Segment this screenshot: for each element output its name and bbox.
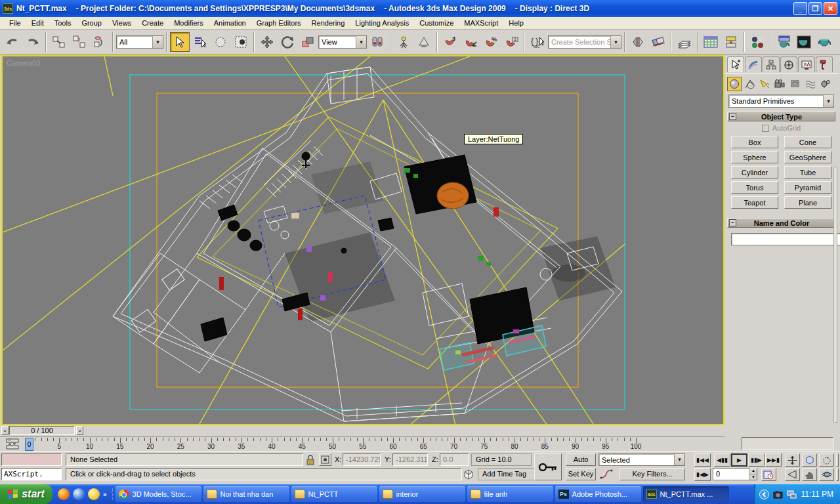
track-bar[interactable]: 0510152025303540455055606570758085909510… (0, 436, 724, 452)
tab-motion[interactable] (780, 56, 797, 72)
category-geometry[interactable] (727, 77, 742, 91)
x-coordinate-field[interactable]: -14230.729 (343, 453, 381, 466)
panel-scrollbar[interactable] (833, 167, 837, 423)
firefox-icon[interactable] (58, 488, 70, 500)
tab-create[interactable] (727, 56, 744, 72)
restore-button[interactable]: ❐ (808, 2, 822, 15)
spinner-snap-icon[interactable] (501, 32, 521, 52)
menu-item-create[interactable]: Create (136, 18, 169, 28)
taskbar-task[interactable]: Nt_PCTT (291, 486, 377, 502)
render-setup-icon[interactable] (774, 32, 793, 52)
object-name-input[interactable] (731, 233, 840, 245)
current-frame-marker[interactable]: 0 (25, 438, 33, 451)
auto-key-button[interactable]: Auto Key (566, 453, 596, 466)
messenger-icon[interactable] (88, 488, 100, 500)
pan-hand-icon[interactable] (802, 468, 817, 481)
minimize-button[interactable]: _ (793, 2, 807, 15)
autogrid-checkbox[interactable] (762, 125, 769, 132)
object-type-plane[interactable]: Plane (784, 196, 831, 209)
mini-curve-editor-icon[interactable] (5, 438, 20, 450)
taskbar-task[interactable]: 3D Models, Stoc... (116, 486, 201, 502)
select-manipulate-icon[interactable] (394, 32, 413, 52)
frame-spinner[interactable]: ▲▼ (749, 468, 757, 480)
primitives-category-dropdown[interactable]: Standard Primitives▼ (728, 94, 834, 108)
selection-lock-icon[interactable] (306, 455, 315, 467)
close-button[interactable]: ✕ (824, 2, 837, 15)
object-type-sphere[interactable]: Sphere (731, 151, 778, 163)
object-type-box[interactable]: Box (731, 136, 778, 148)
object-type-torus[interactable]: Torus (731, 181, 778, 194)
name-color-header[interactable]: − Name and Color (727, 218, 835, 228)
select-move-icon[interactable] (257, 32, 277, 52)
render-production-icon[interactable] (814, 32, 834, 52)
y-coordinate-field[interactable]: -1262.311 (392, 453, 428, 466)
tray-camera-icon[interactable] (773, 490, 783, 499)
tab-utilities[interactable] (816, 56, 833, 72)
menu-item-help[interactable]: Help (503, 18, 529, 28)
menu-item-file[interactable]: File (4, 18, 26, 28)
tab-hierarchy[interactable] (763, 56, 780, 72)
rendered-frame-icon[interactable] (794, 32, 814, 52)
material-editor-icon[interactable] (747, 32, 767, 52)
tab-modify[interactable] (745, 56, 762, 72)
menu-item-customize[interactable]: Customize (414, 18, 459, 28)
menu-item-group[interactable]: Group (76, 18, 107, 28)
next-frame-icon[interactable]: ▮▮▶ (748, 453, 765, 467)
menu-item-maxscript[interactable]: MAXScript (459, 18, 503, 28)
angle-snap-icon[interactable] (461, 32, 480, 52)
use-center-icon[interactable] (368, 32, 387, 52)
zoom-extents-icon[interactable] (819, 453, 834, 467)
select-by-name-icon[interactable] (190, 32, 210, 52)
z-coordinate-field[interactable]: 0.0 (440, 453, 469, 466)
selection-filter-dropdown[interactable]: All▼ (116, 35, 163, 49)
menu-item-tools[interactable]: Tools (49, 18, 77, 28)
tray-collapse-icon[interactable] (759, 490, 769, 499)
bind-spacewarp-icon[interactable] (90, 32, 110, 52)
menu-item-views[interactable]: Views (107, 18, 136, 28)
object-type-header[interactable]: − Object Type (727, 112, 835, 121)
menu-item-animation[interactable]: Animation (209, 18, 251, 28)
menu-item-graph-editors[interactable]: Graph Editors (251, 18, 306, 28)
object-type-teapot[interactable]: Teapot (731, 196, 778, 209)
fov-icon[interactable] (785, 468, 800, 481)
menu-item-lighting-analysis[interactable]: Lighting Analysis (350, 18, 414, 28)
select-scale-icon[interactable] (298, 32, 318, 52)
object-type-cylinder[interactable]: Cylinder (731, 166, 778, 178)
category-cameras[interactable] (772, 77, 787, 91)
menu-item-edit[interactable]: Edit (26, 18, 49, 28)
object-type-geosphere[interactable]: GeoSphere (784, 151, 831, 163)
curve-editor-icon[interactable] (701, 32, 721, 52)
maxscript-mini-listener-white[interactable]: AXScript. (1, 468, 62, 480)
window-crossing-icon[interactable] (231, 32, 251, 52)
taskbar-task[interactable]: file anh (467, 486, 553, 502)
category-lights[interactable] (757, 77, 772, 91)
select-link-icon[interactable] (49, 32, 69, 52)
create-selection-set-combo[interactable]: Create Selection Set▼ (548, 35, 621, 49)
taskbar-task[interactable]: PsAdobe Photosh... (555, 486, 641, 502)
unlink-icon[interactable] (70, 32, 89, 52)
category-helpers[interactable] (788, 77, 803, 91)
previous-frame-icon[interactable]: ◀▮▮ (714, 453, 730, 467)
snaps-toggle-icon[interactable]: 3 (440, 32, 460, 52)
redo-icon[interactable] (23, 32, 43, 52)
time-configuration-icon[interactable] (761, 468, 776, 481)
taskbar-task[interactable]: interior (379, 486, 465, 502)
go-to-end-icon[interactable]: ▶▶▮ (765, 453, 782, 467)
play-icon[interactable]: ▶ (731, 453, 747, 467)
object-type-cone[interactable]: Cone (784, 136, 831, 148)
taskbar-task[interactable]: Noi that nha dan (203, 486, 289, 502)
prev-frame-arrow[interactable]: < (1, 426, 9, 435)
set-key-button[interactable]: Set Key (566, 468, 596, 480)
tray-network-icon[interactable] (787, 490, 797, 499)
reference-coordinate-dropdown[interactable]: View▼ (318, 35, 367, 49)
orbit-icon[interactable] (819, 468, 834, 481)
quick-launch-more-icon[interactable]: » (103, 491, 107, 498)
next-frame-arrow[interactable]: > (76, 426, 83, 435)
tab-display[interactable] (798, 56, 815, 72)
mirror-icon[interactable] (628, 32, 648, 52)
select-rotate-icon[interactable] (278, 32, 297, 52)
menu-item-modifiers[interactable]: Modifiers (169, 18, 209, 28)
absolute-mode-icon[interactable] (319, 453, 331, 466)
undo-icon[interactable] (3, 32, 22, 52)
named-selection-sets-icon[interactable]: { }ABC (528, 32, 547, 52)
